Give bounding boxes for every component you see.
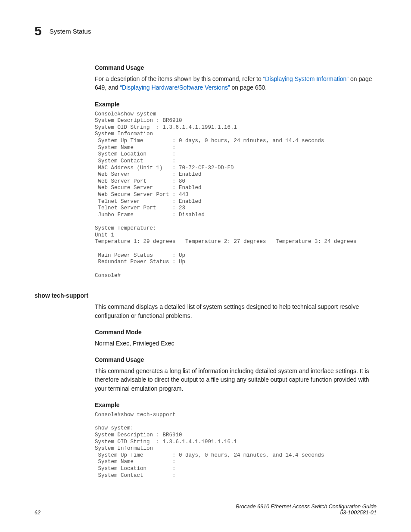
example-code-block: Console#show system System Description :…	[95, 111, 377, 280]
command-usage-paragraph: For a description of the items shown by …	[95, 75, 377, 92]
heading-command-usage: Command Usage	[95, 356, 377, 363]
body-column: Command Usage For a description of the i…	[95, 64, 377, 279]
heading-command-usage: Command Usage	[95, 64, 377, 71]
doc-title: Brocade 6910 Ethernet Access Switch Conf…	[236, 504, 377, 510]
example-code-block: Console#show tech-support show system: S…	[95, 412, 377, 479]
footer-right: Brocade 6910 Ethernet Access Switch Conf…	[236, 504, 377, 516]
page: 5 System Status Command Usage For a desc…	[0, 0, 411, 532]
chapter-title: System Status	[50, 28, 91, 35]
link-displaying-system-information[interactable]: “Displaying System Information”	[263, 75, 349, 82]
command-name-show-tech-support: show tech-support	[34, 292, 377, 299]
heading-example: Example	[95, 101, 377, 108]
command-mode-text: Normal Exec, Privileged Exec	[95, 339, 377, 348]
page-footer: 62 Brocade 6910 Ethernet Access Switch C…	[34, 504, 377, 516]
link-displaying-hardware-software-versions[interactable]: “Displaying Hardware/Software Versions”	[120, 84, 230, 91]
page-number: 62	[34, 510, 40, 516]
chapter-number: 5	[34, 24, 42, 38]
text: on page 650.	[230, 84, 267, 91]
intro-paragraph: This command displays a detailed list of…	[95, 302, 377, 320]
doc-id: 53-1002581-01	[340, 510, 377, 516]
heading-example: Example	[95, 401, 377, 408]
text: For a description of the items shown by …	[95, 75, 263, 82]
body-column: This command displays a detailed list of…	[95, 302, 377, 479]
heading-command-mode: Command Mode	[95, 329, 377, 336]
command-usage-text: This command generates a long list of in…	[95, 367, 377, 393]
running-header: 5 System Status	[34, 24, 377, 38]
